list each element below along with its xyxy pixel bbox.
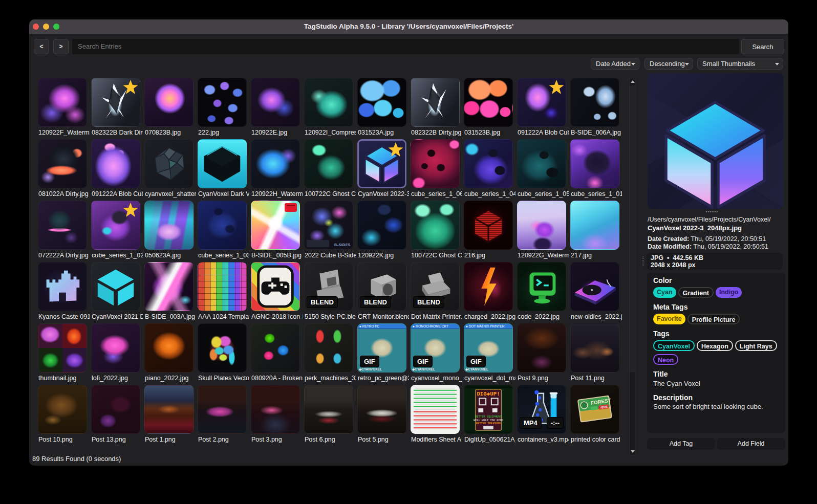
svg-text:BETTER EQUIPMENT: BETTER EQUIPMENT [475, 415, 502, 419]
svg-text:DIG◆UP!: DIG◆UP! [477, 391, 500, 397]
svg-text:BETTER TREASURE: BETTER TREASURE [476, 422, 501, 425]
svg-text:WILL HELP YOU FIND: WILL HELP YOU FIND [474, 419, 503, 422]
